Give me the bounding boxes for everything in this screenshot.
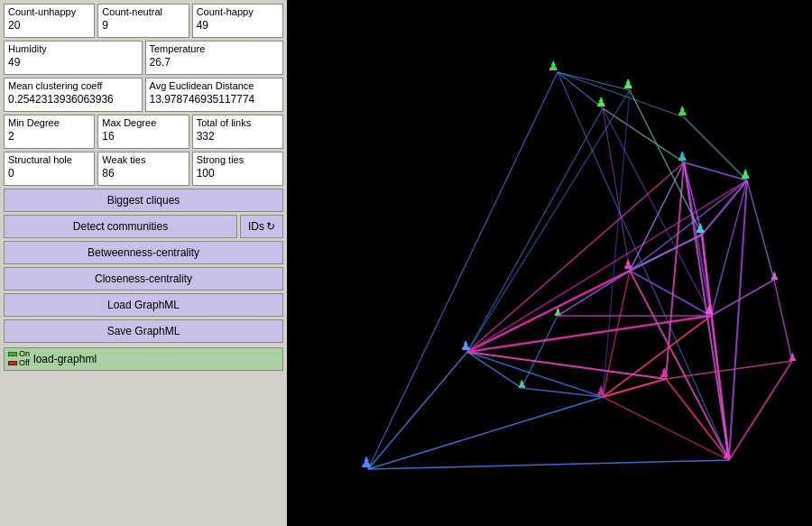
count-unhappy-label: Count-unhappy xyxy=(8,6,90,17)
on-off-indicator: On Off xyxy=(8,350,30,368)
count-neutral-value: 9 xyxy=(102,19,184,32)
count-neutral-box: Count-neutral 9 xyxy=(97,4,189,38)
closeness-button[interactable]: Closeness-centrality xyxy=(4,267,283,291)
max-degree-box: Max Degree 16 xyxy=(97,115,189,149)
temperature-label: Temperature xyxy=(150,43,280,54)
status-bar: On Off load-graphml xyxy=(4,347,283,371)
count-happy-label: Count-happy xyxy=(197,6,279,17)
count-happy-value: 49 xyxy=(197,19,279,32)
node-blue-bottom: ♟ xyxy=(360,455,373,470)
off-label: Off xyxy=(19,359,30,368)
node-blue-mid: ♟ xyxy=(460,338,472,353)
weak-ties-label: Weak ties xyxy=(102,154,184,165)
ids-button[interactable]: IDs ↻ xyxy=(240,215,283,238)
left-panel: Count-unhappy 20 Count-neutral 9 Count-h… xyxy=(0,0,287,526)
avg-euclidean-box: Avg Euclidean Distance 13.97874693511777… xyxy=(145,78,284,112)
betweenness-button[interactable]: Betweenness-centrality xyxy=(4,241,283,264)
node-pink5: ♟ xyxy=(722,447,734,461)
on-dot xyxy=(8,352,17,356)
node-pink3: ♟ xyxy=(659,365,670,380)
node-top4: ♟ xyxy=(677,104,688,118)
file-label: load-graphml xyxy=(33,353,97,365)
min-degree-box: Min Degree 2 xyxy=(4,115,95,149)
avg-euclidean-value: 13.978746935117774 xyxy=(150,93,280,106)
strong-ties-box: Strong ties 100 xyxy=(192,152,283,186)
mean-clustering-box: Mean clustering coeff 0.2542313936063936 xyxy=(4,78,143,112)
total-links-box: Total of links 332 xyxy=(192,115,283,149)
save-graphml-button[interactable]: Save GraphML xyxy=(4,319,283,343)
node-pink1: ♟ xyxy=(623,257,634,272)
count-row: Count-unhappy 20 Count-neutral 9 Count-h… xyxy=(4,4,283,38)
node-top3: ♟ xyxy=(623,77,634,91)
max-degree-value: 16 xyxy=(102,130,184,143)
count-happy-box: Count-happy 49 xyxy=(192,4,283,38)
count-unhappy-value: 20 xyxy=(8,19,90,32)
strong-ties-value: 100 xyxy=(197,167,279,180)
count-neutral-label: Count-neutral xyxy=(102,6,184,17)
humidity-value: 49 xyxy=(8,56,138,69)
temperature-box: Temperature 26.7 xyxy=(145,41,284,75)
ids-label: IDs xyxy=(248,220,264,233)
node-cyan2: ♟ xyxy=(677,149,688,163)
graph-panel: ♟ ♟ ♟ ♟ ♟ ♟ ♟ ♟ ♟ ♟ ♟ ♟ ♟ ♟ ♟ ♟ ♟ ♟ xyxy=(287,0,812,526)
detect-row: Detect communities IDs ↻ xyxy=(4,215,283,238)
humidity-box: Humidity 49 xyxy=(4,41,143,75)
structural-hole-value: 0 xyxy=(8,167,90,180)
structural-hole-box: Structural hole 0 xyxy=(4,152,95,186)
structural-hole-label: Structural hole xyxy=(8,154,90,165)
degree-links-row: Min Degree 2 Max Degree 16 Total of link… xyxy=(4,115,283,149)
total-links-value: 332 xyxy=(197,130,279,143)
svg-rect-0 xyxy=(287,0,812,526)
max-degree-label: Max Degree xyxy=(102,117,184,128)
ties-row: Structural hole 0 Weak ties 86 Strong ti… xyxy=(4,152,283,186)
clustering-euclidean-row: Mean clustering coeff 0.2542313936063936… xyxy=(4,78,283,112)
mean-clustering-label: Mean clustering coeff xyxy=(8,80,138,91)
node-top2: ♟ xyxy=(595,95,607,109)
refresh-icon: ↻ xyxy=(266,220,275,233)
node-right1: ♟ xyxy=(740,167,752,181)
temperature-value: 26.7 xyxy=(150,56,280,69)
off-indicator: Off xyxy=(8,359,30,368)
total-links-label: Total of links xyxy=(197,117,279,128)
weak-ties-value: 86 xyxy=(102,167,184,180)
off-dot xyxy=(8,361,17,365)
biggest-cliques-button[interactable]: Biggest cliques xyxy=(4,189,283,212)
mean-clustering-value: 0.2542313936063936 xyxy=(8,93,138,106)
graph-svg: ♟ ♟ ♟ ♟ ♟ ♟ ♟ ♟ ♟ ♟ ♟ ♟ ♟ ♟ ♟ ♟ ♟ ♟ xyxy=(287,0,812,526)
load-graphml-button[interactable]: Load GraphML xyxy=(4,293,283,317)
count-unhappy-box: Count-unhappy 20 xyxy=(4,4,95,38)
node-cyan1: ♟ xyxy=(695,221,706,235)
humidity-label: Humidity xyxy=(8,43,138,54)
weak-ties-box: Weak ties 86 xyxy=(97,152,189,186)
min-degree-value: 2 xyxy=(8,130,90,143)
min-degree-label: Min Degree xyxy=(8,117,90,128)
humidity-temp-row: Humidity 49 Temperature 26.7 xyxy=(4,41,283,75)
avg-euclidean-label: Avg Euclidean Distance xyxy=(150,80,280,91)
strong-ties-label: Strong ties xyxy=(197,154,279,165)
detect-communities-button[interactable]: Detect communities xyxy=(4,215,237,238)
node-top1: ♟ xyxy=(548,59,559,73)
